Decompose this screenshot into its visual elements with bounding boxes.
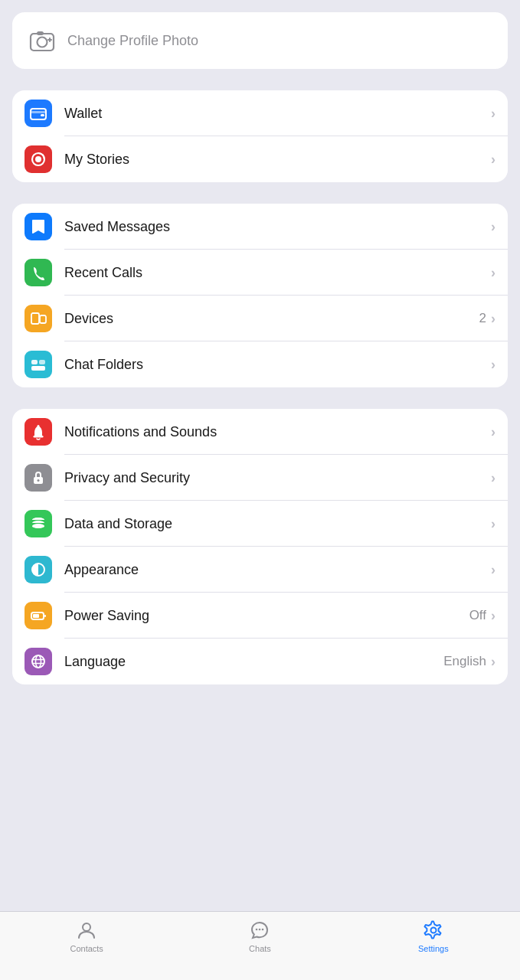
privacy-label: Privacy and Security xyxy=(64,470,491,486)
svg-rect-14 xyxy=(31,366,45,371)
appearance-chevron: › xyxy=(491,562,495,578)
devices-value: 2 xyxy=(479,311,486,326)
contacts-tab-label: Contacts xyxy=(70,944,103,953)
svg-point-37 xyxy=(83,923,90,931)
notifications-label: Notifications and Sounds xyxy=(64,424,491,440)
svg-point-10 xyxy=(35,156,41,162)
data-storage-row[interactable]: Data and Storage › xyxy=(12,501,508,547)
wallet-icon xyxy=(25,100,52,127)
devices-chevron: › xyxy=(491,311,495,327)
svg-rect-13 xyxy=(31,360,38,364)
camera-icon xyxy=(28,26,57,55)
svg-rect-32 xyxy=(33,614,39,618)
power-saving-icon xyxy=(25,602,52,629)
settings-tab-label: Settings xyxy=(418,944,449,953)
tab-bar: Contacts Chats Settings xyxy=(0,911,520,980)
saved-messages-chevron: › xyxy=(491,219,495,235)
stories-icon xyxy=(25,145,52,173)
appearance-icon xyxy=(25,556,52,583)
svg-point-19 xyxy=(38,479,40,482)
svg-point-33 xyxy=(32,655,44,668)
privacy-chevron: › xyxy=(491,470,495,486)
group1-card: Wallet › My Stories › xyxy=(12,90,508,182)
power-saving-row[interactable]: Power Saving Off › xyxy=(12,593,508,639)
svg-point-38 xyxy=(256,929,258,931)
privacy-icon xyxy=(25,464,52,492)
svg-rect-6 xyxy=(31,109,46,119)
change-profile-photo-label: Change Profile Photo xyxy=(67,33,198,49)
scroll-area: Change Profile Photo Wallet › xyxy=(0,0,520,911)
chats-tab-label: Chats xyxy=(249,944,271,953)
notifications-chevron: › xyxy=(491,424,495,440)
language-icon xyxy=(25,648,52,675)
change-profile-photo-card: Change Profile Photo xyxy=(12,12,508,69)
data-storage-chevron: › xyxy=(491,516,495,532)
recent-calls-row[interactable]: Recent Calls › xyxy=(12,250,508,296)
chat-folders-label: Chat Folders xyxy=(64,357,491,373)
saved-messages-icon xyxy=(25,213,52,240)
svg-point-2 xyxy=(38,38,47,47)
tab-settings[interactable]: Settings xyxy=(347,920,520,953)
language-label: Language xyxy=(64,654,443,670)
svg-point-39 xyxy=(259,929,261,931)
power-saving-label: Power Saving xyxy=(64,608,469,624)
recent-calls-icon xyxy=(25,259,52,286)
settings-tab-icon xyxy=(423,920,444,941)
tab-contacts[interactable]: Contacts xyxy=(0,920,173,953)
tab-chats[interactable]: Chats xyxy=(173,920,346,953)
devices-label: Devices xyxy=(64,311,479,327)
svg-point-34 xyxy=(36,655,41,668)
power-saving-chevron: › xyxy=(491,608,495,624)
saved-messages-row[interactable]: Saved Messages › xyxy=(12,204,508,250)
appearance-row[interactable]: Appearance › xyxy=(12,547,508,593)
language-value: English xyxy=(443,654,486,669)
chat-folders-row[interactable]: Chat Folders › xyxy=(12,341,508,387)
group2-card: Saved Messages › Recent Calls › Devices … xyxy=(12,204,508,387)
data-storage-label: Data and Storage xyxy=(64,516,491,532)
appearance-label: Appearance xyxy=(64,562,491,578)
notifications-row[interactable]: Notifications and Sounds › xyxy=(12,409,508,455)
data-storage-icon xyxy=(25,510,52,537)
devices-icon xyxy=(25,305,52,332)
svg-rect-1 xyxy=(31,34,54,51)
change-profile-photo-row[interactable]: Change Profile Photo xyxy=(12,12,508,69)
notifications-icon xyxy=(25,418,52,446)
devices-row[interactable]: Devices 2 › xyxy=(12,296,508,341)
chats-tab-icon xyxy=(249,920,270,941)
svg-rect-8 xyxy=(41,114,44,116)
svg-point-40 xyxy=(262,929,264,931)
chat-folders-icon xyxy=(25,351,52,378)
recent-calls-label: Recent Calls xyxy=(64,265,491,281)
language-chevron: › xyxy=(491,654,495,670)
power-saving-value: Off xyxy=(469,608,486,623)
chat-folders-chevron: › xyxy=(491,357,495,373)
group3-card: Notifications and Sounds › Privacy and S… xyxy=(12,409,508,684)
language-row[interactable]: Language English › xyxy=(12,639,508,684)
wallet-row[interactable]: Wallet › xyxy=(12,90,508,136)
saved-messages-label: Saved Messages xyxy=(64,219,491,235)
my-stories-chevron: › xyxy=(491,152,495,168)
wallet-chevron: › xyxy=(491,106,495,122)
svg-rect-15 xyxy=(39,360,45,364)
svg-rect-16 xyxy=(34,436,44,438)
contacts-tab-icon xyxy=(76,920,97,941)
svg-point-41 xyxy=(430,928,436,933)
privacy-row[interactable]: Privacy and Security › xyxy=(12,455,508,501)
svg-point-17 xyxy=(38,425,40,427)
svg-rect-11 xyxy=(31,313,39,324)
recent-calls-chevron: › xyxy=(491,265,495,281)
svg-rect-12 xyxy=(40,315,46,323)
my-stories-label: My Stories xyxy=(64,152,491,168)
wallet-label: Wallet xyxy=(64,106,491,122)
svg-rect-31 xyxy=(44,615,46,617)
svg-rect-7 xyxy=(31,111,46,113)
my-stories-row[interactable]: My Stories › xyxy=(12,136,508,182)
svg-point-28 xyxy=(32,524,44,528)
